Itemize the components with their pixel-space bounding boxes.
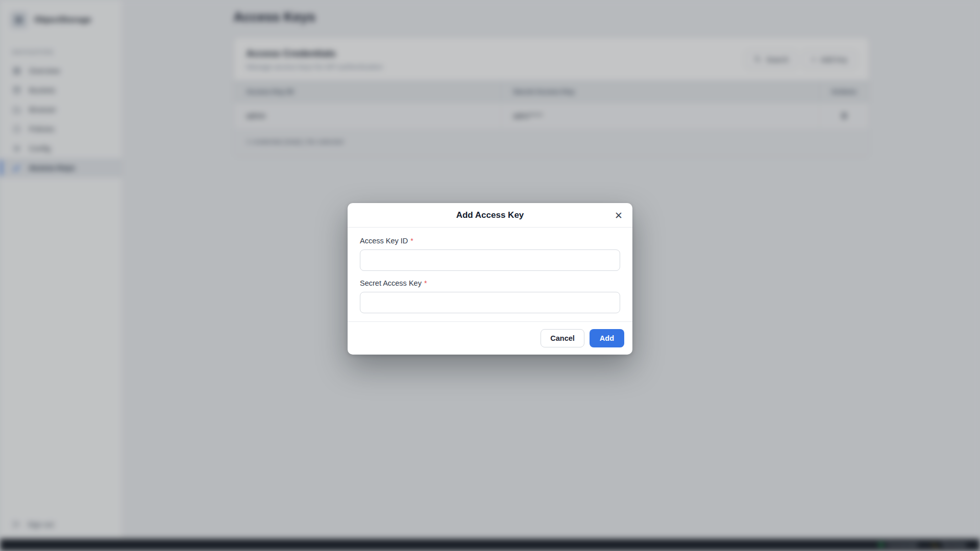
required-asterisk: * [424, 279, 427, 287]
access-key-id-label: Access Key ID [360, 237, 408, 245]
dialog-title: Add Access Key [456, 210, 524, 220]
close-icon[interactable]: ✕ [612, 209, 625, 222]
secret-access-key-field[interactable] [360, 292, 620, 313]
secret-access-key-label: Secret Access Key [360, 279, 422, 287]
add-button[interactable]: Add [590, 329, 624, 347]
cancel-button[interactable]: Cancel [541, 329, 584, 347]
add-access-key-dialog: Add Access Key ✕ Access Key ID * Secret … [348, 203, 632, 355]
access-key-id-field[interactable] [360, 249, 620, 271]
required-asterisk: * [410, 237, 413, 245]
